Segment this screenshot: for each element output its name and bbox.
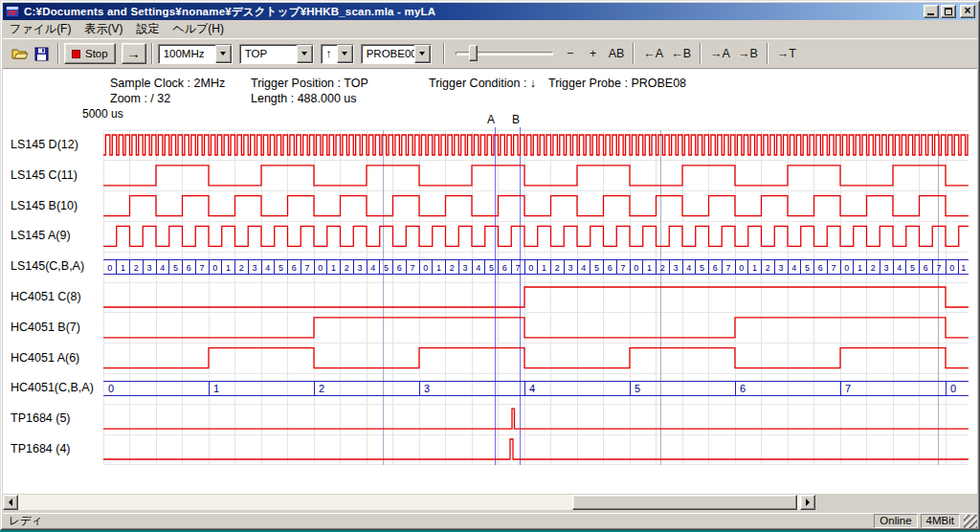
app-icon[interactable]: [5, 4, 20, 19]
bus-value: 2: [766, 263, 770, 273]
bus-value: 5: [805, 263, 810, 273]
toolbar-separator: [767, 43, 768, 64]
chevron-down-icon[interactable]: [414, 45, 431, 63]
bus-value: 3: [568, 263, 573, 273]
bus-value: 4: [686, 263, 691, 273]
menubar: ファイル(F) 表示(V) 設定 ヘルプ(H): [3, 20, 977, 38]
menu-settings[interactable]: 設定: [129, 19, 166, 39]
bus-value: 0: [107, 263, 112, 273]
trigger-probe-select[interactable]: PROBE00: [361, 44, 432, 64]
waveform-trace-0: [103, 135, 969, 155]
trigger-edge-select[interactable]: ↑: [321, 44, 354, 64]
slider-thumb[interactable]: [469, 45, 478, 61]
close-icon: ×: [961, 6, 974, 16]
bus-value: 6: [740, 383, 746, 394]
zoom-slider[interactable]: [454, 43, 555, 64]
zoom-out-button[interactable]: −: [559, 43, 582, 64]
titlebar[interactable]: C:¥Documents and Settings¥noname¥デスクトップ¥…: [3, 3, 977, 20]
toolbar-separator: [151, 43, 153, 64]
bus-value: 0: [950, 383, 956, 394]
status-online-badge: Online: [874, 514, 917, 528]
bus-value: 3: [463, 263, 468, 273]
waveform-trace-9: [103, 409, 969, 429]
trigger-position-select[interactable]: TOP: [239, 44, 314, 64]
marker-label-B[interactable]: B: [512, 113, 520, 126]
bus-value: 6: [924, 263, 928, 273]
waveform-client: Sample Clock : 2MHz Trigger Position : T…: [3, 69, 977, 494]
goto-marker-a-button[interactable]: ←A: [639, 43, 667, 64]
bus-value: 7: [200, 263, 205, 273]
bus-value: 5: [384, 263, 389, 273]
bus-value: 5: [489, 263, 494, 273]
goto-marker-b-button[interactable]: ←B: [667, 43, 695, 64]
status-memory-badge: 4MBit: [921, 514, 960, 528]
bus-value: 2: [345, 263, 349, 273]
set-marker-b-button[interactable]: →B: [734, 43, 762, 64]
bus-value: 0: [844, 263, 849, 273]
save-button[interactable]: [31, 43, 53, 64]
bus-value: 4: [897, 263, 902, 273]
bus-value: 5: [635, 383, 640, 394]
open-button[interactable]: [9, 43, 31, 64]
bus-value: 3: [253, 263, 257, 273]
menu-file[interactable]: ファイル(F): [3, 19, 78, 39]
scrollbar-thumb[interactable]: [572, 495, 797, 510]
stop-button[interactable]: Stop: [64, 43, 116, 64]
toolbar-separator: [57, 43, 59, 64]
bus-value: 4: [581, 263, 586, 273]
waveform-trace-2: [103, 196, 969, 216]
bus-value: 3: [424, 383, 430, 394]
bus-value: 2: [319, 383, 324, 394]
statusbar: レディ Online 4MBit: [3, 513, 977, 528]
zoom-in-button[interactable]: +: [582, 43, 605, 64]
run-button[interactable]: →: [122, 43, 146, 64]
bus-value: 1: [647, 263, 652, 273]
bus-value: 2: [660, 263, 665, 273]
bus-value: 7: [516, 263, 521, 273]
bus-value: 4: [265, 263, 270, 273]
set-marker-a-button[interactable]: →A: [706, 43, 734, 64]
ab-button[interactable]: AB: [605, 43, 629, 64]
close-button[interactable]: ×: [960, 5, 975, 18]
bus-value: 7: [305, 263, 310, 273]
scroll-right-button[interactable]: [800, 495, 815, 510]
bus-value: 5: [700, 263, 704, 273]
bus-value: 1: [858, 263, 862, 273]
bus-value: 5: [278, 263, 283, 273]
bus-value: 1: [436, 263, 441, 273]
menu-help[interactable]: ヘルプ(H): [166, 19, 231, 39]
bus-value: 1: [542, 263, 546, 273]
waveform-trace-7: [103, 348, 969, 368]
bus-value: 2: [239, 263, 244, 273]
trigger-position-value: TOP: [240, 45, 297, 63]
bus-value: 4: [370, 263, 375, 273]
maximize-button[interactable]: [941, 5, 956, 18]
menu-view[interactable]: 表示(V): [78, 19, 129, 39]
chevron-down-icon[interactable]: [297, 45, 313, 63]
minimize-button[interactable]: [924, 5, 939, 18]
waveform-trace-6: [103, 318, 969, 338]
bus-value: 1: [121, 263, 125, 273]
minimize-icon: [927, 13, 934, 15]
resize-grip[interactable]: [964, 515, 977, 528]
bus-value: 0: [528, 263, 533, 273]
open-folder-icon: [11, 47, 29, 60]
bus-value: 6: [713, 263, 718, 273]
bus-value: 2: [134, 263, 139, 273]
maximize-icon: [945, 8, 952, 15]
toolbar-separator: [633, 43, 635, 64]
scroll-left-button[interactable]: [3, 495, 18, 510]
scrollbar-track[interactable]: [18, 495, 800, 510]
goto-trigger-button[interactable]: →T: [773, 43, 800, 64]
bus-value: 2: [450, 263, 455, 273]
bus-value: 1: [213, 383, 219, 394]
bus-value: 3: [884, 263, 889, 273]
save-floppy-icon: [34, 47, 49, 61]
run-arrow-icon: →: [127, 46, 141, 61]
horizontal-scrollbar[interactable]: [3, 495, 815, 510]
chevron-down-icon[interactable]: [337, 45, 353, 63]
chevron-down-icon[interactable]: [215, 45, 232, 63]
sample-clock-select[interactable]: 100MHz: [158, 44, 233, 64]
marker-label-A[interactable]: A: [487, 113, 495, 126]
waveform-plot[interactable]: AB01234567012345670123456701234567012345…: [3, 69, 977, 494]
